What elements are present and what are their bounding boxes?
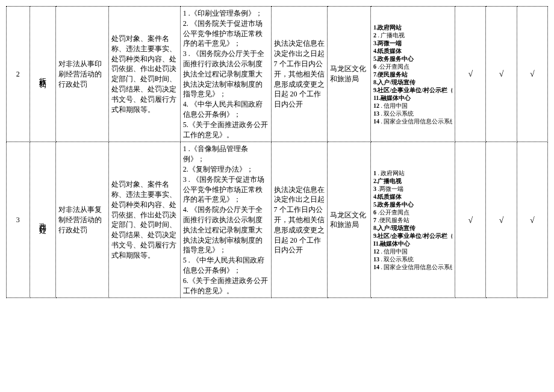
channel-item: 1.政府网站 (373, 23, 452, 31)
channel-item: 12 . 信用中国 (373, 102, 452, 110)
channel-item: 3.两微一端 (373, 39, 452, 47)
channel-item: 2 . 广播电视 (373, 31, 452, 39)
row-dept: 马龙区文化和旅游局 (327, 7, 370, 142)
row-type: 政罚行处 (30, 142, 55, 298)
channel-item: 5.政务服务中心 (373, 201, 452, 208)
row-chk3: √ (517, 7, 547, 142)
row-basis: 1 .《印刷业管理条例》；2. 《国务院关于促进市场公平竞争维护市场正常秩序的若… (180, 7, 271, 142)
channel-item: 13 . 双公示系统 (373, 255, 452, 263)
channel-item: 9.社区/企事业单位/村公示栏（电子屏）10.精准推送 (373, 232, 452, 240)
row-content: 处罚对象、案件名称、违法主要事实、处罚种类和内容、处罚依据、作出处罚决定部门、处… (108, 7, 180, 142)
row-chk1: √ (455, 142, 486, 298)
channel-item: I1.融媒体中心 (373, 240, 452, 247)
row-basis: 1 .《音像制品管理条例》；2.《复制管理办法》；3 . 《国务院关于促进市场公… (180, 142, 271, 298)
row-seq: 2 (7, 7, 30, 142)
row-channels: 1.政府网站2 . 广播电视3.两微一端4.纸质媒体5.政务服务中心6 .公开查… (370, 7, 455, 142)
row-chk2: √ (486, 7, 517, 142)
channel-item: 9.社区/企事业单位/村公示栏（电子屏）10.精准推送 (373, 86, 452, 94)
channel-item: 4.纸质媒体 (373, 193, 452, 201)
channel-item: 8.入户/现场宣传 (373, 224, 452, 232)
row-channels: 1 . 政府网站2.广播电视3 .两微一端4.纸质媒体5.政务服务中心6 .公开… (370, 142, 455, 298)
channel-item: 3 .两微一端 (373, 185, 452, 193)
channel-item: 6 .公开查阅点 (373, 208, 452, 216)
channel-item: 1 . 政府网站 (373, 169, 452, 177)
row-name: 对非法从事印刷经营活动的行政处罚 (55, 7, 108, 142)
row-seq: 3 (7, 142, 30, 298)
row-dept: 马龙区文化和旅游局 (327, 142, 370, 298)
channel-item: 13 . 双公示系统 (373, 110, 452, 117)
channel-item: 7.便民服务站 (373, 70, 452, 78)
row-timelimit: 执法决定信息在决定作出之日起 7 个工作日内公开，其他相关信息形成或变更之日起 … (271, 7, 327, 142)
row-content: 处罚对象、案件名称、违法主要事实、处罚种类和内容、处罚依据、作出处罚决定部门、处… (108, 142, 180, 298)
channel-item: 11.融媒体中心 (373, 94, 452, 102)
row-chk3: √ (517, 142, 547, 298)
channel-item: 7 .便民服务站 (373, 216, 452, 224)
row-chk2: √ (486, 142, 517, 298)
row-name: 对非法从事复制经营活动的行政处罚 (55, 142, 108, 298)
channel-item: 5.政务服务中心 (373, 55, 452, 63)
channel-item: 8.入户/现场宣传 (373, 78, 452, 86)
row-type: 行政处罚 (30, 7, 55, 142)
row-chk1: √ (455, 7, 486, 142)
disclosure-table: 2行政处罚对非法从事印刷经营活动的行政处罚处罚对象、案件名称、违法主要事实、处罚… (6, 6, 548, 298)
channel-item: 6 .公开查阅点 (373, 63, 452, 70)
channel-item: 12 . 信用中国 (373, 247, 452, 255)
channel-item: 2.广播电视 (373, 177, 452, 185)
channel-item: 4.纸质媒体 (373, 47, 452, 55)
channel-item: 14 . 国家企业信用信息公示系统 (373, 263, 452, 271)
channel-item: 14 . 国家企业信用信息公示系统 (373, 117, 452, 125)
row-timelimit: 执法决定信息在决定作出之日起 7 个工作日内公开，其他相关信息形成或变更之日起 … (271, 142, 327, 298)
